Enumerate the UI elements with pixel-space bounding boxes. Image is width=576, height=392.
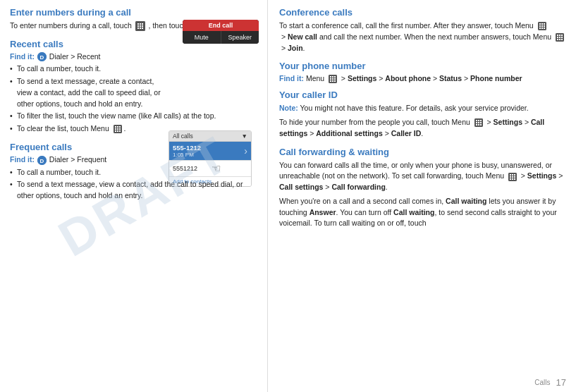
recent-entry-arrow: › xyxy=(244,145,247,157)
svg-rect-14 xyxy=(117,126,118,128)
recent-bullet-1: To call a number, touch it. xyxy=(10,63,257,75)
svg-rect-55 xyxy=(476,120,477,121)
recent-calls-list: To call a number, touch it. To send a te… xyxy=(10,63,257,135)
svg-rect-66 xyxy=(512,174,513,176)
call-forwarding-body2: When you're on a call and a second call … xyxy=(279,196,565,229)
svg-rect-67 xyxy=(514,174,515,176)
end-call-bar: End call xyxy=(183,20,259,31)
svg-rect-27 xyxy=(544,23,545,25)
svg-rect-16 xyxy=(115,128,116,130)
conference-calls-heading: Conference calls xyxy=(279,7,565,18)
svg-rect-53 xyxy=(334,80,336,82)
svg-rect-1 xyxy=(137,23,139,25)
svg-rect-36 xyxy=(559,35,560,36)
svg-rect-28 xyxy=(539,25,541,27)
svg-rect-41 xyxy=(557,39,558,40)
svg-rect-69 xyxy=(512,176,513,178)
svg-rect-70 xyxy=(514,176,515,178)
call-forwarding-section: Call forwarding & waiting You can forwar… xyxy=(279,147,565,230)
svg-rect-6 xyxy=(142,25,143,27)
svg-rect-61 xyxy=(476,124,477,125)
svg-rect-52 xyxy=(332,80,333,82)
svg-rect-18 xyxy=(119,128,121,130)
svg-rect-9 xyxy=(142,27,143,29)
recent-entry: 555-1212 1:05 PM › xyxy=(169,142,251,160)
svg-rect-32 xyxy=(541,27,543,29)
phone-number-find-it: Find it: Menu > Settings > About phone >… xyxy=(279,74,565,83)
svg-rect-49 xyxy=(332,78,333,80)
svg-rect-35 xyxy=(557,35,558,36)
svg-rect-25 xyxy=(539,23,541,25)
svg-rect-26 xyxy=(541,23,543,25)
svg-rect-38 xyxy=(557,37,558,38)
svg-rect-20 xyxy=(117,130,118,132)
svg-rect-42 xyxy=(559,39,560,40)
svg-rect-13 xyxy=(115,126,116,128)
svg-rect-45 xyxy=(330,76,331,78)
recent-bullet-4: To clear the list, touch Menu . xyxy=(10,123,257,135)
svg-rect-72 xyxy=(512,178,513,180)
frequent-bullet-1: To call a number, touch it. xyxy=(10,167,257,178)
svg-rect-5 xyxy=(140,25,141,27)
left-column: Enter numbers during a call End call Mut… xyxy=(0,0,268,392)
svg-rect-31 xyxy=(539,27,541,29)
svg-rect-43 xyxy=(561,39,563,40)
footer-label: Calls xyxy=(534,379,550,386)
svg-rect-62 xyxy=(478,124,479,125)
call-forwarding-body1: You can forward calls all the time, or o… xyxy=(279,160,565,193)
phone-number-heading: Your phone number xyxy=(279,61,565,71)
svg-rect-57 xyxy=(480,120,482,121)
svg-rect-2 xyxy=(140,23,141,25)
svg-rect-48 xyxy=(330,78,331,80)
svg-rect-17 xyxy=(117,128,118,130)
frequent-bullet-2: To send a text message, view a contact, … xyxy=(10,179,257,202)
svg-rect-59 xyxy=(478,122,479,123)
svg-rect-33 xyxy=(544,27,545,29)
svg-rect-56 xyxy=(478,120,479,121)
recent-entry-number: 555-1212 xyxy=(173,144,243,152)
svg-rect-65 xyxy=(510,174,511,176)
recent-bullet-2: To send a text message, create a contact… xyxy=(10,76,257,109)
svg-rect-58 xyxy=(476,122,477,123)
enter-numbers-heading: Enter numbers during a call xyxy=(10,7,257,18)
svg-rect-29 xyxy=(541,25,543,27)
recent-find-it: Find it: D Dialer > Recent xyxy=(10,52,257,62)
recent-calls-heading: Recent calls xyxy=(10,39,257,49)
svg-text:D: D xyxy=(39,157,44,164)
svg-rect-7 xyxy=(137,27,139,29)
caller-id-note: Note: You might not have this feature. F… xyxy=(279,103,565,114)
caller-id-body: To hide your number from the people you … xyxy=(279,117,565,140)
svg-rect-3 xyxy=(142,23,143,25)
svg-rect-50 xyxy=(334,78,336,80)
svg-rect-37 xyxy=(561,35,563,36)
frequent-calls-list: To call a number, touch it. To send a te… xyxy=(10,167,257,202)
recent-calls-section: Recent calls Find it: D Dialer > Recent … xyxy=(10,39,257,135)
svg-rect-51 xyxy=(330,80,331,82)
caller-id-heading: Your caller ID xyxy=(279,90,565,100)
enter-numbers-section: Enter numbers during a call End call Mut… xyxy=(10,7,257,32)
svg-rect-21 xyxy=(119,130,121,132)
recent-bullet-3: To filter the list, touch the view name … xyxy=(10,111,257,122)
conference-calls-section: Conference calls To start a conference c… xyxy=(279,7,565,54)
svg-rect-19 xyxy=(115,130,116,132)
svg-rect-39 xyxy=(559,37,560,38)
recent-entry-text: 555-1212 1:05 PM xyxy=(173,144,243,158)
page-number: 17 xyxy=(556,377,566,388)
call-forwarding-heading: Call forwarding & waiting xyxy=(279,147,565,157)
svg-rect-63 xyxy=(480,124,482,125)
svg-rect-46 xyxy=(332,76,333,78)
svg-rect-30 xyxy=(544,25,545,27)
svg-rect-73 xyxy=(514,178,515,180)
svg-rect-8 xyxy=(140,27,141,29)
recent-screen: All calls ▼ 555-1212 1:05 PM › 5551212 ☜ xyxy=(168,130,252,187)
svg-rect-15 xyxy=(119,126,121,128)
right-column: Conference calls To start a conference c… xyxy=(268,0,576,392)
caller-id-section: Your caller ID Note: You might not have … xyxy=(279,90,565,139)
phone-number-section: Your phone number Find it: Menu > Settin… xyxy=(279,61,565,83)
conference-calls-body: To start a conference call, call the fir… xyxy=(279,20,565,54)
svg-rect-68 xyxy=(510,176,511,178)
page-footer: Calls 17 xyxy=(534,377,566,388)
page-container: DRAFT Enter numbers during a call End ca… xyxy=(0,0,576,392)
svg-rect-4 xyxy=(137,25,139,27)
svg-rect-71 xyxy=(510,178,511,180)
